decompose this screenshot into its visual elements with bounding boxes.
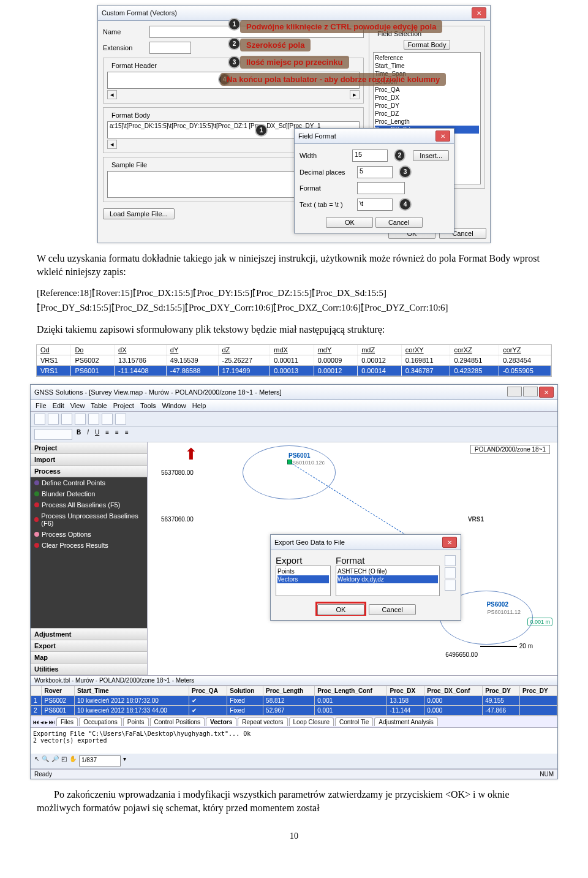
col-header[interactable]: Proc_DY [483, 686, 520, 696]
text-input[interactable]: \t [357, 199, 393, 211]
tool-icon[interactable] [61, 414, 72, 425]
zoom-out-icon[interactable]: 🔎 [51, 755, 59, 766]
italic-icon[interactable]: I [85, 429, 91, 440]
sidebar-item[interactable]: Clear Process Results [31, 540, 147, 551]
tool-icon[interactable] [34, 414, 45, 425]
col-header[interactable]: Proc_Length [263, 686, 315, 696]
field-list-item[interactable]: Proc_DY [375, 102, 479, 110]
list-item[interactable]: Wektory dx,dy,dz [337, 575, 438, 583]
bold-icon[interactable]: B [75, 429, 83, 440]
ff-ok-button[interactable]: OK [326, 217, 373, 228]
hand-icon[interactable]: ✋ [69, 755, 77, 766]
tab-nav-icon[interactable]: ⏮ [33, 719, 39, 725]
sidebar-header-adjustment[interactable]: Adjustment [31, 629, 147, 640]
col-header[interactable]: Solution [227, 686, 263, 696]
extension-input[interactable] [149, 42, 191, 54]
tab-nav-icon[interactable]: ▸ [45, 719, 48, 725]
col-header[interactable]: Proc_Length_Conf [315, 686, 387, 696]
workbook-tab[interactable]: Control Tie [335, 717, 373, 726]
close-icon[interactable]: ✕ [539, 387, 554, 398]
col-header[interactable]: Start_Time [75, 686, 189, 696]
sidebar-header-export[interactable]: Export [31, 640, 147, 652]
col-header[interactable]: Proc_DY [520, 686, 557, 696]
tab-nav-icon[interactable]: ◂ [40, 719, 43, 725]
close-icon[interactable]: ✕ [442, 537, 457, 548]
width-input[interactable]: 15 [352, 149, 388, 162]
menu-item[interactable]: Help [192, 402, 206, 409]
align-center-icon[interactable]: ≡ [113, 429, 121, 440]
align-right-icon[interactable]: ≡ [123, 429, 130, 440]
tool-icon[interactable] [48, 414, 59, 425]
col-header[interactable]: Rover [42, 686, 75, 696]
pointer-icon[interactable]: ↖ [34, 755, 39, 766]
workbook-tab[interactable]: Repeat vectors [238, 717, 287, 726]
pager-input[interactable]: 1/837 [79, 755, 121, 766]
pager-dropdown-icon[interactable]: ▾ [123, 755, 126, 766]
close-icon[interactable]: ✕ [435, 131, 450, 142]
list-item[interactable]: ASHTECH (O file) [337, 567, 438, 575]
export-cancel-button[interactable]: Cancel [369, 604, 416, 615]
tab-nav-icon[interactable]: ⏭ [49, 719, 55, 725]
workbook-tab[interactable]: Points [123, 717, 149, 726]
align-left-icon[interactable]: ≡ [104, 429, 111, 440]
workbook-tab[interactable]: Control Positions [150, 717, 205, 726]
sidebar-header-project[interactable]: Project [31, 442, 147, 454]
scroll-right-icon[interactable]: ▸ [350, 90, 360, 99]
sidebar-header-process[interactable]: Process [31, 466, 147, 477]
decimal-input[interactable]: 5 [357, 166, 393, 178]
tool-icon[interactable] [102, 414, 113, 425]
font-select[interactable] [34, 429, 72, 440]
menu-item[interactable]: Project [113, 402, 134, 409]
field-list-item[interactable]: Proc_QA [375, 86, 479, 94]
scroll-left-icon[interactable]: ◂ [107, 90, 117, 99]
menu-item[interactable]: Tools [140, 402, 156, 409]
tool-icon[interactable] [445, 567, 456, 578]
format-list[interactable]: ASHTECH (O file)Wektory dx,dy,dz [336, 566, 440, 596]
tool-icon[interactable] [75, 414, 86, 425]
zoom-in-icon[interactable]: 🔍 [42, 755, 49, 766]
list-item[interactable]: Vectors [277, 575, 329, 583]
workbook-tab[interactable]: Occupations [79, 717, 122, 726]
maximize-icon[interactable] [523, 387, 538, 396]
field-list-item[interactable]: Reference [375, 54, 479, 62]
col-header[interactable] [31, 686, 42, 696]
field-list-item[interactable]: Proc_Length [375, 118, 479, 126]
insert-button[interactable]: Insert... [413, 150, 449, 161]
field-list-item[interactable]: Start_Time [375, 62, 479, 70]
menu-item[interactable]: Window [162, 402, 186, 409]
ff-cancel-button[interactable]: Cancel [375, 217, 423, 228]
sidebar-header-utilities[interactable]: Utilities [31, 664, 147, 675]
tool-icon[interactable] [115, 414, 126, 425]
menu-item[interactable]: View [70, 402, 85, 409]
field-list-item[interactable]: Proc_DX [375, 94, 479, 102]
menu-item[interactable]: Table [91, 402, 107, 409]
list-item[interactable]: Points [277, 567, 329, 575]
workbook-tab[interactable]: Vectors [206, 717, 236, 726]
col-header[interactable]: Proc_DX [387, 686, 424, 696]
minimize-icon[interactable] [507, 387, 522, 396]
close-icon[interactable]: ✕ [472, 7, 486, 18]
col-header[interactable]: Proc_QA [189, 686, 227, 696]
workbook-tab[interactable]: Loop Closure [289, 717, 334, 726]
sidebar-item[interactable]: Blunder Detection [31, 488, 147, 499]
sidebar-header-map[interactable]: Map [31, 652, 147, 664]
workbook-tab[interactable]: Files [56, 717, 78, 726]
col-header[interactable]: Proc_DX_Conf [424, 686, 483, 696]
tool-icon[interactable] [445, 555, 456, 566]
underline-icon[interactable]: U [93, 429, 101, 440]
sidebar-item[interactable]: Process Unprocessed Baselines (F6) [31, 510, 147, 529]
sidebar-item[interactable]: Process Options [31, 529, 147, 540]
field-list-item[interactable]: Proc_DZ [375, 110, 479, 118]
sidebar-item[interactable]: Define Control Points [31, 477, 147, 488]
workbook-tab[interactable]: Adjustment Analysis [374, 717, 438, 726]
menu-item[interactable]: File [36, 402, 47, 409]
format-select[interactable] [357, 182, 405, 194]
sidebar-item[interactable]: Process All Baselines (F5) [31, 499, 147, 510]
load-sample-button[interactable]: Load Sample File... [103, 208, 175, 219]
map-canvas[interactable]: POLAND/2000/zone 18~1 ⬆ PS6001 PS601010.… [148, 442, 557, 675]
menu-item[interactable]: Edit [53, 402, 64, 409]
zoom-extent-icon[interactable]: ◰ [61, 755, 67, 766]
export-list[interactable]: PointsVectors [276, 566, 331, 596]
scroll-left-icon[interactable]: ◂ [107, 140, 117, 149]
format-body-tab[interactable]: Format Body [404, 40, 451, 50]
